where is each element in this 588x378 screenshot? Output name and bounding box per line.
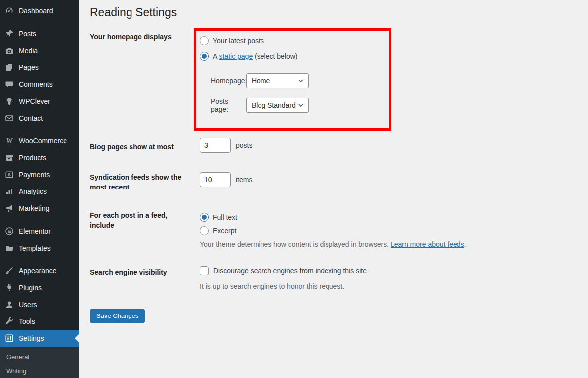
svg-text:$: $ <box>8 172 11 177</box>
sidebar-item-label: WooCommerce <box>19 137 67 145</box>
syndication-row: Syndication feeds show the most recent i… <box>90 172 588 192</box>
current-page-arrow <box>75 334 79 343</box>
sidebar-item-settings[interactable]: Settings <box>0 330 79 347</box>
main-content: Reading Settings Your homepage displays … <box>79 0 588 378</box>
settings-submenu: General Writing <box>0 347 79 378</box>
lightbulb-icon <box>4 96 14 106</box>
sidebar-item-label: Settings <box>19 334 44 342</box>
sidebar-item-appearance[interactable]: Appearance <box>0 262 79 279</box>
sidebar-item-label: Plugins <box>19 284 42 292</box>
admin-sidebar: Dashboard Posts Media Pages Commen <box>0 0 79 378</box>
submenu-item-writing[interactable]: Writing <box>0 364 79 378</box>
sidebar-item-label: Payments <box>19 171 50 179</box>
sidebar-item-label: Users <box>19 301 37 309</box>
excerpt-label: Excerpt <box>213 227 236 235</box>
media-icon <box>4 46 14 56</box>
full-text-option: Full text <box>200 210 466 224</box>
sidebar-item-label: WPClever <box>19 97 50 105</box>
chevron-down-icon <box>297 102 304 109</box>
static-page-link[interactable]: static page <box>219 52 253 60</box>
search-visibility-note: It is up to search engines to honor this… <box>200 281 367 291</box>
submenu-item-label: General <box>6 353 29 361</box>
feed-include-field: Full text Excerpt Your theme determines … <box>200 210 466 249</box>
highlight-rectangle: Your latest posts A static page (select … <box>194 28 391 131</box>
excerpt-option: Excerpt <box>200 224 466 237</box>
sidebar-item-comments[interactable]: Comments <box>0 76 79 93</box>
discourage-indexing-checkbox[interactable] <box>200 266 209 275</box>
search-visibility-field: Discourage search engines from indexing … <box>200 266 367 291</box>
menu-separator <box>0 126 79 132</box>
full-text-radio[interactable] <box>200 213 209 222</box>
sidebar-item-posts[interactable]: Posts <box>0 25 79 42</box>
submenu-item-general[interactable]: General <box>0 350 79 364</box>
chevron-down-icon <box>297 77 304 84</box>
sidebar-item-wpclever[interactable]: WPClever <box>0 93 79 110</box>
folder-icon <box>4 243 14 253</box>
sidebar-item-woocommerce[interactable]: W WooCommerce <box>0 132 79 149</box>
sidebar-item-contact[interactable]: Contact <box>0 110 79 126</box>
sidebar-item-label: Products <box>19 154 46 162</box>
menu-separator <box>0 19 79 25</box>
homepage-displays-label: Your homepage displays <box>90 22 194 42</box>
search-visibility-label: Search engine visibility <box>90 266 194 277</box>
sidebar-item-label: Posts <box>19 30 36 38</box>
sidebar-item-label: Marketing <box>19 204 49 212</box>
submenu-item-label: Writing <box>6 367 26 375</box>
posts-page-select[interactable]: Blog Standard <box>246 98 309 113</box>
learn-more-feeds-link[interactable]: Learn more about feeds <box>391 240 464 248</box>
pushpin-icon <box>4 29 14 39</box>
sidebar-item-dashboard[interactable]: Dashboard <box>0 2 79 19</box>
sidebar-item-analytics[interactable]: Analytics <box>0 183 79 200</box>
full-text-label: Full text <box>213 213 237 221</box>
page-title: Reading Settings <box>90 0 588 22</box>
svg-text:W: W <box>6 137 13 145</box>
megaphone-icon <box>4 203 14 213</box>
latest-posts-radio[interactable] <box>200 36 209 45</box>
dashboard-icon <box>4 6 14 16</box>
sidebar-item-pages[interactable]: Pages <box>0 59 79 76</box>
syndication-field: items <box>200 172 252 187</box>
menu-separator <box>0 256 79 262</box>
sidebar-item-users[interactable]: Users <box>0 296 79 313</box>
sidebar-item-templates[interactable]: Templates <box>0 240 79 256</box>
sidebar-item-label: Tools <box>19 317 35 325</box>
elementor-icon <box>4 226 14 236</box>
sidebar-item-label: Analytics <box>19 188 47 195</box>
sidebar-item-tools[interactable]: Tools <box>0 313 79 330</box>
save-changes-button[interactable]: Save Changes <box>90 309 145 323</box>
sidebar-item-label: Media <box>19 47 38 55</box>
comment-icon <box>4 79 14 89</box>
sidebar-item-media[interactable]: Media <box>0 42 79 59</box>
sidebar-item-elementor[interactable]: Elementor <box>0 223 79 240</box>
feed-note: Your theme determines how content is dis… <box>200 239 466 249</box>
posts-page-select-label: Posts page: <box>211 97 246 113</box>
homepage-select-label: Homepage: <box>211 77 246 85</box>
wrench-icon <box>4 316 14 326</box>
sidebar-item-products[interactable]: Products <box>0 149 79 166</box>
sidebar-item-label: Pages <box>19 63 39 71</box>
excerpt-radio[interactable] <box>200 226 209 235</box>
sidebar-item-plugins[interactable]: Plugins <box>0 279 79 296</box>
discourage-indexing-label: Discourage search engines from indexing … <box>213 267 367 275</box>
static-page-label: A static page (select below) <box>213 52 297 60</box>
settings-icon <box>4 333 14 343</box>
sidebar-item-marketing[interactable]: Marketing <box>0 200 79 217</box>
latest-posts-option: Your latest posts <box>200 33 389 48</box>
static-page-option: A static page (select below) <box>200 48 389 63</box>
blog-pages-input[interactable] <box>200 138 231 153</box>
homepage-select-row: Homepage: Home <box>211 73 389 88</box>
blog-pages-row: Blog pages show at most posts <box>90 138 588 153</box>
syndication-input[interactable] <box>200 172 231 187</box>
sidebar-item-label: Elementor <box>19 227 51 235</box>
sidebar-item-payments[interactable]: $ Payments <box>0 166 79 183</box>
syndication-unit: items <box>236 172 252 187</box>
sidebar-item-label: Templates <box>19 244 51 252</box>
envelope-icon <box>4 113 14 123</box>
static-page-radio[interactable] <box>200 52 209 61</box>
woocommerce-icon: W <box>4 136 14 146</box>
feed-include-label: For each post in a feed, include <box>90 210 194 230</box>
bar-chart-icon <box>4 187 14 196</box>
search-visibility-row: Search engine visibility Discourage sear… <box>90 266 588 291</box>
homepage-select[interactable]: Home <box>246 73 309 88</box>
blog-pages-field: posts <box>200 138 252 153</box>
